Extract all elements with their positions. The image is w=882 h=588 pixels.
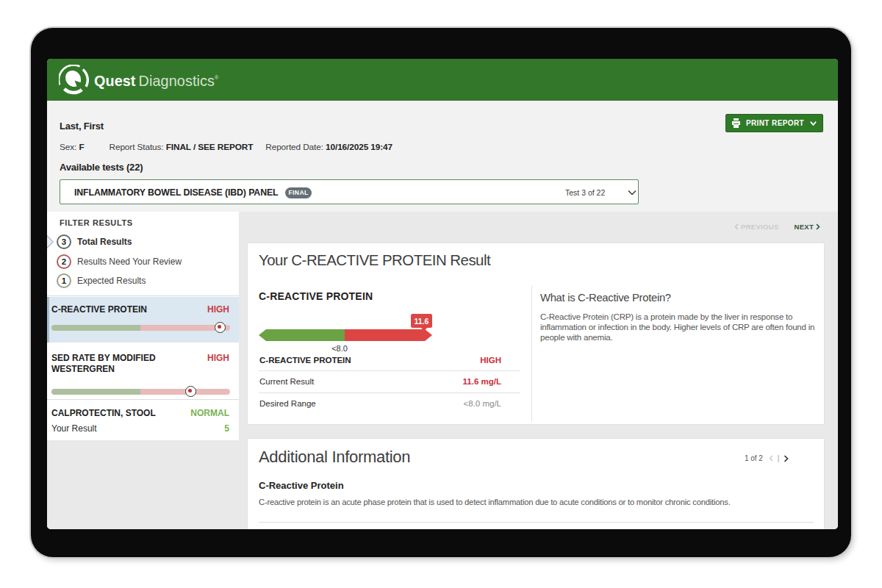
svg-text:<8.0: <8.0 (331, 344, 348, 353)
svg-text:11.6: 11.6 (415, 317, 429, 326)
